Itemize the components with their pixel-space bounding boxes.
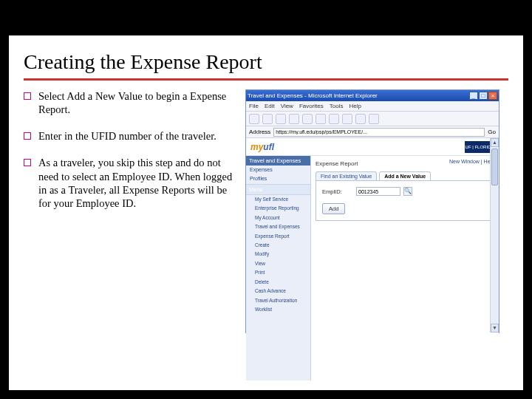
portal-logo: myufl [250,142,274,152]
window-buttons: _ □ × [469,92,497,100]
bullet-item: Select Add a New Value to begin a Expens… [24,89,238,116]
menu-tools[interactable]: Tools [330,103,344,109]
menu-item[interactable]: Cash Advance [246,287,310,296]
lookup-icon[interactable]: 🔍 [403,187,412,196]
maximize-button[interactable]: □ [479,92,488,100]
tab-add-new[interactable]: Add a New Value [379,171,431,180]
menu-view[interactable]: View [281,103,293,109]
tab-find-existing[interactable]: Find an Existing Value [316,171,377,180]
nav-item[interactable]: Profiles [246,174,310,183]
menu-item[interactable]: Print [246,268,310,277]
toolbar [246,112,499,126]
menu-item[interactable]: Create [246,241,310,250]
tab-body: EmplID: 🔍 Add [316,180,494,221]
portal-body: Travel and Expenses Expenses Profiles Me… [246,156,499,381]
menu-edit[interactable]: Edit [265,103,275,109]
menu-item[interactable]: Delete [246,278,310,287]
bullet-item: Enter in the UFID number of the traveler… [24,129,238,143]
nav-item[interactable]: Expenses [246,166,310,174]
menu-item[interactable]: Travel and Expenses [246,222,310,231]
window-titlebar: Travel and Expenses - Microsoft Internet… [246,90,499,101]
home-icon[interactable] [302,114,313,124]
menu-item[interactable]: Modify [246,250,310,259]
menu-favorites[interactable]: Favorites [299,103,324,109]
forward-icon[interactable] [262,114,273,124]
scroll-up-icon[interactable]: ▲ [491,138,499,147]
menu-file[interactable]: File [249,103,259,109]
emplid-input[interactable] [356,187,400,196]
back-icon[interactable] [249,114,259,124]
menu-help[interactable]: Help [349,103,361,109]
title-rule [24,78,508,81]
bullet-text: Select Add a New Value to begin a Expens… [38,89,238,116]
menu-item[interactable]: Expense Report [246,232,310,241]
menu-item[interactable]: Enterprise Reporting [246,204,310,213]
screenshot-panel: Travel and Expenses - Microsoft Internet… [245,89,499,333]
bullet-item: As a traveler, you skip this step and do… [24,156,238,210]
bullet-marker-icon [24,132,31,140]
slide-content: Select Add a New Value to begin a Expens… [9,89,523,333]
mail-icon[interactable] [355,114,366,124]
scroll-thumb[interactable] [491,149,498,185]
stop-icon[interactable] [276,114,286,124]
bullet-text: Enter in the UFID number of the traveler… [38,129,216,143]
main-pane: New Window | Help Expense Report Find an… [311,156,499,381]
slide: Creating the Expense Report Select Add a… [9,35,523,390]
menu-header: Menu [246,184,310,195]
menu-bar: File Edit View Favorites Tools Help [246,101,499,112]
bullet-marker-icon [24,92,31,100]
vertical-scrollbar[interactable]: ▲ ▼ [490,138,499,332]
menu-item[interactable]: Travel Authorization [246,296,310,305]
refresh-icon[interactable] [289,114,299,124]
favorites-icon[interactable] [329,114,339,124]
go-button[interactable]: Go [488,129,496,135]
bullet-text: As a traveler, you skip this step and do… [38,156,238,210]
bullet-marker-icon [24,159,31,166]
menu-item[interactable]: Worklist [246,305,310,314]
portal-banner: myufl UF | FLORIDA [246,138,499,156]
address-bar: Address Go [246,126,499,138]
emplid-label: EmplID: [322,188,353,195]
address-input[interactable] [273,128,485,137]
add-button[interactable]: Add [322,203,345,214]
menu-item[interactable]: View [246,259,310,268]
menu-item[interactable]: My Account [246,214,310,222]
menu-item[interactable]: My Self Service [246,195,310,204]
slide-title: Creating the Expense Report [9,35,523,78]
window-title: Travel and Expenses - Microsoft Internet… [248,92,378,99]
logo-ufl: ufl [263,142,274,152]
logo-my: my [250,142,263,152]
emplid-row: EmplID: 🔍 [322,187,488,196]
side-nav: Travel and Expenses Expenses Profiles Me… [246,156,311,381]
address-label: Address [249,129,270,135]
history-icon[interactable] [342,114,352,124]
print-icon[interactable] [369,114,379,124]
tab-row: Find an Existing Value Add a New Value [316,171,494,180]
header-links[interactable]: New Window | Help [449,159,494,164]
scroll-down-icon[interactable]: ▼ [491,324,499,332]
minimize-button[interactable]: _ [469,92,478,100]
search-icon[interactable] [316,114,326,124]
bullet-list: Select Add a New Value to begin a Expens… [24,89,238,333]
nav-header: Travel and Expenses [246,156,310,166]
close-button[interactable]: × [488,92,497,100]
browser-window: Travel and Expenses - Microsoft Internet… [245,89,499,333]
